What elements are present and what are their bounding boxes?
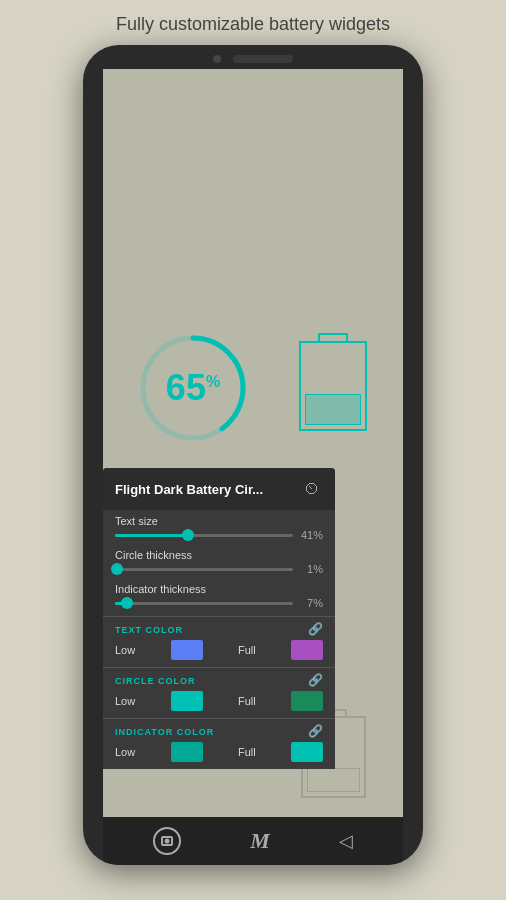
text-size-label: Text size xyxy=(115,515,323,527)
indicator-color-row: Low Full xyxy=(103,739,335,765)
indicator-full-label: Full xyxy=(238,746,256,758)
history-icon[interactable]: ⏲ xyxy=(301,478,323,500)
rect-battery-body xyxy=(299,341,367,431)
battery-percent-display: 65% xyxy=(166,367,220,409)
indicator-thickness-slider[interactable] xyxy=(115,602,293,605)
indicator-thickness-row: Indicator thickness 7% xyxy=(103,578,335,612)
settings-panel-title: Flight Dark Battery Cir... xyxy=(115,482,263,497)
back-button[interactable]: ◁ xyxy=(339,830,353,852)
settings-panel-header: Flight Dark Battery Cir... ⏲ xyxy=(103,468,335,510)
text-low-swatch[interactable] xyxy=(171,640,203,660)
camera-app-icon[interactable] xyxy=(153,827,181,855)
indicator-thickness-label: Indicator thickness xyxy=(115,583,323,595)
text-low-label: Low xyxy=(115,644,135,656)
rect-battery-widget xyxy=(293,333,373,443)
circle-thickness-value: 1% xyxy=(297,563,323,575)
circle-color-link-icon[interactable]: 🔗 xyxy=(308,673,323,687)
indicator-low-swatch[interactable] xyxy=(171,742,203,762)
circle-thickness-slider[interactable] xyxy=(115,568,293,571)
rect-battery-fill xyxy=(305,394,361,425)
text-color-row: Low Full xyxy=(103,637,335,663)
circle-color-section-header: CIRCLE COLOR 🔗 xyxy=(103,672,335,688)
settings-panel: Flight Dark Battery Cir... ⏲ Text size 4… xyxy=(103,468,335,769)
circle-full-label: Full xyxy=(238,695,256,707)
text-size-row: Text size 41% xyxy=(103,510,335,544)
indicator-color-label: INDICATOR COLOR xyxy=(103,723,226,739)
indicator-full-swatch[interactable] xyxy=(291,742,323,762)
indicator-color-link-icon[interactable]: 🔗 xyxy=(308,724,323,738)
phone-bottom-bar: M ◁ xyxy=(103,817,403,865)
circle-color-row: Low Full xyxy=(103,688,335,714)
text-color-label: TEXT COLOR xyxy=(103,621,195,637)
battery-percent-symbol: % xyxy=(206,373,220,390)
camera-dot xyxy=(213,55,221,63)
text-size-value: 41% xyxy=(297,529,323,541)
phone-device: 65% Flight Dark Ba xyxy=(83,45,423,865)
rect-battery-grey-fill xyxy=(307,768,360,793)
indicator-thickness-value: 7% xyxy=(297,597,323,609)
circle-thickness-label: Circle thickness xyxy=(115,549,323,561)
text-size-slider[interactable] xyxy=(115,534,293,537)
circle-low-swatch[interactable] xyxy=(171,691,203,711)
battery-percent-value: 65 xyxy=(166,367,206,408)
phone-screen: 65% Flight Dark Ba xyxy=(103,69,403,817)
speaker-bar xyxy=(233,55,293,63)
text-full-swatch[interactable] xyxy=(291,640,323,660)
rect-battery-top-cap xyxy=(318,333,348,341)
page-title: Fully customizable battery widgets xyxy=(116,0,390,45)
circle-battery-widget: 65% xyxy=(133,328,253,448)
circle-color-label: CIRCLE COLOR xyxy=(103,672,208,688)
indicator-low-label: Low xyxy=(115,746,135,758)
circle-low-label: Low xyxy=(115,695,135,707)
circle-full-swatch[interactable] xyxy=(291,691,323,711)
indicator-color-section-header: INDICATOR COLOR 🔗 xyxy=(103,723,335,739)
email-app-icon[interactable]: M xyxy=(250,828,270,854)
phone-top-bar xyxy=(83,45,423,69)
text-color-link-icon[interactable]: 🔗 xyxy=(308,622,323,636)
circle-thickness-row: Circle thickness 1% xyxy=(103,544,335,578)
text-full-label: Full xyxy=(238,644,256,656)
text-color-section-header: TEXT COLOR 🔗 xyxy=(103,621,335,637)
